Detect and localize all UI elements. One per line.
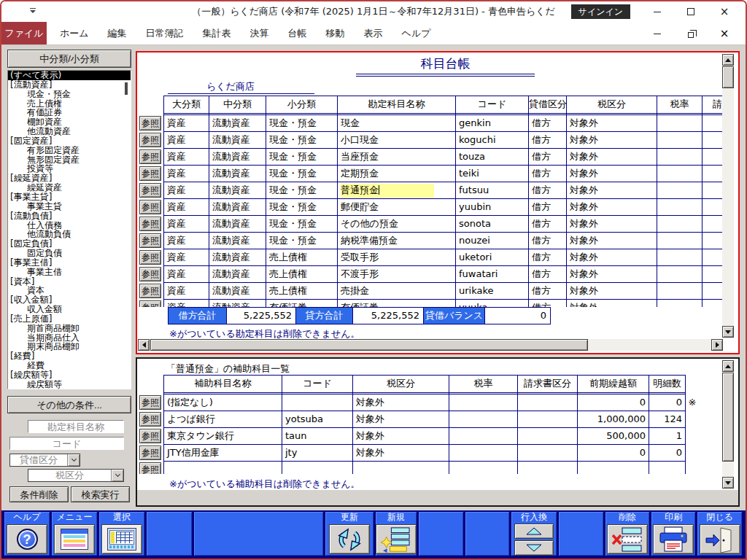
- account-name-filter-input[interactable]: [28, 420, 124, 433]
- sidebar-item[interactable]: 事業主借: [8, 268, 131, 277]
- child-minimize-button[interactable]: [640, 23, 674, 44]
- sidebar-item[interactable]: 事業主貸: [8, 202, 131, 211]
- quick-access-toolbar-icon[interactable]: [29, 8, 36, 15]
- help-button[interactable]: ?: [7, 524, 47, 554]
- category-listbox[interactable]: (すべて表示) [流動資産] 現金・預金 売上債権 有価証券 棚卸資産 他流動資…: [7, 70, 131, 389]
- vertical-scrollbar[interactable]: [722, 360, 734, 489]
- sidebar-item[interactable]: 他流動負債: [8, 230, 131, 239]
- debit-credit-filter-select[interactable]: 貸借区分: [9, 454, 80, 467]
- listbox-scrollbar-thumb[interactable]: [125, 82, 128, 95]
- ref-button[interactable]: 参照: [139, 462, 161, 474]
- scroll-down-button[interactable]: [722, 326, 734, 338]
- scrollbar-thumb[interactable]: [150, 339, 588, 351]
- sidebar-item[interactable]: 棚卸資産: [8, 117, 131, 127]
- tax-class-filter-select[interactable]: 税区分: [28, 469, 124, 482]
- sign-in-button[interactable]: サインイン: [571, 4, 630, 19]
- tab-home[interactable]: ホーム: [60, 27, 89, 40]
- tab-edit[interactable]: 編集: [108, 27, 127, 40]
- sidebar-item[interactable]: 有形固定資産: [8, 146, 131, 155]
- ref-button[interactable]: 参照: [139, 233, 161, 248]
- sidebar-item[interactable]: [繰戻額等]: [8, 370, 131, 380]
- sidebar-item[interactable]: [固定負債]: [8, 239, 131, 249]
- sidebar-item[interactable]: 仕入債務: [8, 221, 131, 230]
- vertical-scrollbar[interactable]: [722, 54, 734, 338]
- account-name-edit-cell[interactable]: 普通預金: [338, 182, 456, 199]
- ref-button[interactable]: 参照: [139, 300, 161, 307]
- ref-button[interactable]: 参照: [139, 395, 161, 410]
- chevron-down-icon[interactable]: [67, 454, 80, 466]
- sidebar-item[interactable]: 繰延資産: [8, 183, 131, 192]
- ref-button[interactable]: 参照: [139, 446, 161, 460]
- new-button[interactable]: [376, 524, 417, 554]
- ref-button[interactable]: 参照: [139, 412, 161, 427]
- tab-ledger[interactable]: 台帳: [288, 27, 307, 40]
- sidebar-item[interactable]: 他流動資産: [8, 127, 131, 136]
- ref-button[interactable]: 参照: [139, 183, 161, 198]
- row-down-button[interactable]: [514, 540, 554, 556]
- child-restore-button[interactable]: [674, 23, 708, 44]
- sidebar-item[interactable]: [流動資産]: [8, 80, 131, 90]
- scrollbar-thumb[interactable]: [722, 66, 734, 88]
- maximize-button[interactable]: [674, 1, 708, 22]
- sidebar-header-button[interactable]: 中分類/小分類: [7, 50, 131, 68]
- ref-button[interactable]: 参照: [139, 250, 161, 265]
- sidebar-item[interactable]: 期首商品棚卸: [8, 324, 131, 333]
- ref-button[interactable]: 参照: [139, 116, 161, 131]
- sidebar-item[interactable]: [事業主貸]: [8, 192, 131, 202]
- child-close-button[interactable]: ×: [708, 23, 741, 44]
- other-conditions-button[interactable]: その他の条件...: [7, 396, 131, 413]
- clear-conditions-button[interactable]: 条件削除: [9, 486, 69, 502]
- sidebar-item[interactable]: 当期商品仕入: [8, 333, 131, 343]
- scrollbar-thumb[interactable]: [722, 373, 734, 462]
- sidebar-item[interactable]: 経費: [8, 361, 131, 370]
- sidebar-item[interactable]: 現金・預金: [8, 90, 131, 99]
- sidebar-item[interactable]: 期末商品棚卸: [8, 342, 131, 351]
- sidebar-item[interactable]: 資本: [8, 286, 131, 295]
- sidebar-item[interactable]: [売上原価]: [8, 314, 131, 324]
- sidebar-item[interactable]: 無形固定資産: [8, 155, 131, 165]
- sidebar-item[interactable]: 売上債権: [8, 99, 131, 109]
- ref-button[interactable]: 参照: [139, 217, 161, 231]
- horizontal-scrollbar[interactable]: [138, 339, 723, 351]
- tab-settlement[interactable]: 決算: [250, 27, 269, 40]
- tab-daily-bookkeeping[interactable]: 日常簿記: [146, 27, 184, 40]
- sidebar-item[interactable]: [収入金額]: [8, 295, 131, 305]
- ref-button[interactable]: 参照: [139, 133, 161, 147]
- select-button[interactable]: [101, 524, 142, 554]
- tab-summary-tables[interactable]: 集計表: [203, 27, 231, 40]
- chevron-down-icon[interactable]: [111, 470, 123, 481]
- scroll-up-button[interactable]: [722, 360, 734, 372]
- sidebar-item[interactable]: [繰延資産]: [8, 174, 131, 183]
- sidebar-item[interactable]: 固定負債: [8, 249, 131, 258]
- minimize-button[interactable]: [640, 1, 674, 22]
- tab-file[interactable]: ファイル: [1, 22, 47, 44]
- update-button[interactable]: [329, 524, 370, 554]
- ref-button[interactable]: 参照: [139, 149, 161, 164]
- print-button[interactable]: [653, 524, 694, 554]
- sidebar-item[interactable]: 有価証券: [8, 108, 131, 117]
- scroll-down-button[interactable]: [722, 477, 734, 489]
- sidebar-item[interactable]: 投資等: [8, 164, 131, 174]
- close-window-button[interactable]: [700, 524, 740, 554]
- sidebar-item[interactable]: 繰戻額等: [8, 380, 131, 389]
- ref-button[interactable]: 参照: [139, 429, 161, 443]
- ref-button[interactable]: 参照: [139, 166, 161, 181]
- ref-button[interactable]: 参照: [139, 284, 161, 298]
- ref-button[interactable]: 参照: [139, 200, 161, 214]
- scroll-left-button[interactable]: [138, 339, 150, 351]
- row-up-button[interactable]: [514, 524, 554, 539]
- menu-button[interactable]: [54, 524, 95, 554]
- sidebar-item[interactable]: 収入金額: [8, 305, 131, 314]
- sidebar-item[interactable]: [事業主借]: [8, 258, 131, 268]
- ref-button[interactable]: 参照: [139, 267, 161, 281]
- sidebar-item[interactable]: [固定資産]: [8, 136, 131, 146]
- delete-button[interactable]: [607, 524, 648, 554]
- sidebar-item[interactable]: (すべて表示): [8, 71, 131, 80]
- tab-move[interactable]: 移動: [326, 27, 345, 40]
- sidebar-item[interactable]: [資本]: [8, 277, 131, 287]
- tab-help[interactable]: ヘルプ: [402, 27, 431, 40]
- sidebar-item[interactable]: [流動負債]: [8, 211, 131, 221]
- sidebar-item[interactable]: [経費]: [8, 351, 131, 361]
- close-button[interactable]: ×: [708, 1, 741, 22]
- code-filter-input[interactable]: [9, 437, 124, 450]
